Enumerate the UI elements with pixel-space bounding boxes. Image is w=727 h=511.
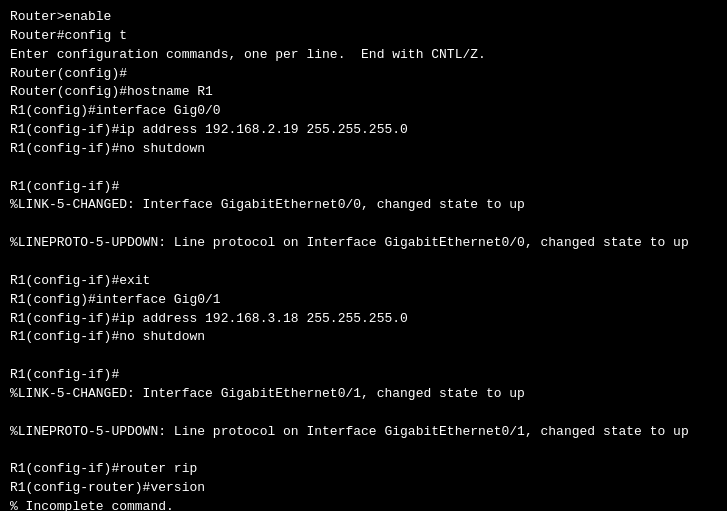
terminal-line: R1(config)#interface Gig0/1 [10,291,717,310]
terminal-line: R1(config-if)#no shutdown [10,328,717,347]
terminal-line: Router>enable [10,8,717,27]
terminal-line: Enter configuration commands, one per li… [10,46,717,65]
terminal-line: R1(config-if)# [10,366,717,385]
terminal-line: R1(config-router)#version [10,479,717,498]
terminal-line [10,253,717,272]
terminal-line: R1(config-if)#no shutdown [10,140,717,159]
terminal-line [10,159,717,178]
terminal-line: %LINK-5-CHANGED: Interface GigabitEthern… [10,385,717,404]
terminal-line [10,215,717,234]
terminal-line: %LINK-5-CHANGED: Interface GigabitEthern… [10,196,717,215]
terminal-line [10,441,717,460]
terminal-line: Router#config t [10,27,717,46]
terminal-line: R1(config-if)# [10,178,717,197]
terminal-line: R1(config-if)#ip address 192.168.3.18 25… [10,310,717,329]
terminal-line: R1(config-if)#router rip [10,460,717,479]
terminal-line: Router(config)#hostname R1 [10,83,717,102]
terminal-line: %LINEPROTO-5-UPDOWN: Line protocol on In… [10,423,717,442]
terminal-line: R1(config)#interface Gig0/0 [10,102,717,121]
terminal-line: % Incomplete command. [10,498,717,511]
terminal-line: %LINEPROTO-5-UPDOWN: Line protocol on In… [10,234,717,253]
terminal-window[interactable]: Router>enableRouter#config tEnter config… [0,0,727,511]
terminal-line: Router(config)# [10,65,717,84]
terminal-line [10,347,717,366]
terminal-line: R1(config-if)#ip address 192.168.2.19 25… [10,121,717,140]
terminal-line [10,404,717,423]
terminal-line: R1(config-if)#exit [10,272,717,291]
